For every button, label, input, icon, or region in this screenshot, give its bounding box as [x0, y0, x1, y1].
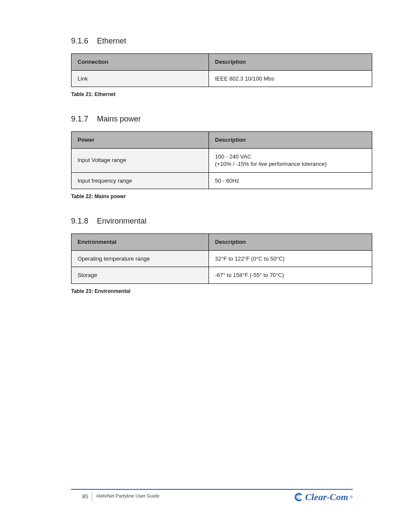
table-row: Storage -67° to 158°F (-55° to 70°C) [72, 267, 372, 284]
cell-label: Input Voltage range [72, 148, 209, 172]
table-header-left: Environmental [72, 234, 209, 251]
brand-logo: Clear-Com® [294, 492, 353, 503]
table-environmental: Environmental Description Operating temp… [71, 233, 372, 284]
section-heading-mains-power: 9.1.7 Mains power [71, 115, 372, 124]
registered-mark: ® [350, 495, 353, 499]
table-caption: Table 21: Ethernet [71, 91, 372, 97]
section-title: Environmental [97, 217, 146, 225]
table-header-right: Description [209, 132, 372, 149]
cell-value: 32°F to 122°F (0°C to 50°C) [209, 250, 372, 267]
page-number: 85 [71, 492, 92, 501]
section-number: 9.1.6 [71, 37, 88, 45]
section-number: 9.1.7 [71, 115, 88, 123]
section-title: Ethernet [97, 37, 126, 45]
table-header-right: Description [209, 234, 372, 251]
cell-label: Link [72, 70, 209, 87]
cell-value: 100 - 240 VAC (+10% / -15% for live perf… [209, 148, 372, 172]
cell-value: 50 - 60Hz [209, 172, 372, 189]
table-header-left: Power [72, 132, 209, 149]
page: 9.1.6 Ethernet Connection Description Li… [0, 0, 411, 532]
table-caption: Table 23: Environmental [71, 288, 372, 294]
section-heading-ethernet: 9.1.6 Ethernet [71, 37, 372, 46]
section-number: 9.1.8 [71, 217, 88, 225]
cell-label: Operating temperature range [72, 250, 209, 267]
footer-bar: 85 HelixNet Partyline User Guide Clear-C… [71, 492, 353, 503]
section-heading-environmental: 9.1.8 Environmental [71, 217, 372, 226]
table-header-left: Connection [72, 54, 209, 71]
table-mains-power: Power Description Input Voltage range 10… [71, 131, 372, 189]
table-caption: Table 22: Mains power [71, 193, 372, 199]
table-row: Input Voltage range 100 - 240 VAC (+10% … [72, 148, 372, 172]
cell-value: IEEE 802.3 10/100 Mbs [209, 70, 372, 87]
cell-value: -67° to 158°F (-55° to 70°C) [209, 267, 372, 284]
table-header-right: Description [209, 54, 372, 71]
brand-name: Clear-Com [305, 492, 348, 503]
footer-rule [71, 489, 353, 490]
section-title: Mains power [97, 115, 141, 123]
table-row: Operating temperature range 32°F to 122°… [72, 250, 372, 267]
table-row: Link IEEE 802.3 10/100 Mbs [72, 70, 372, 87]
cell-label: Storage [72, 267, 209, 284]
brand-icon [294, 492, 303, 502]
footer-doc-title: HelixNet Partyline User Guide [92, 492, 159, 499]
table-ethernet: Connection Description Link IEEE 802.3 1… [71, 53, 372, 87]
cell-label: Input frequency range [72, 172, 209, 189]
table-row: Input frequency range 50 - 60Hz [72, 172, 372, 189]
page-footer: 85 HelixNet Partyline User Guide Clear-C… [0, 489, 411, 503]
